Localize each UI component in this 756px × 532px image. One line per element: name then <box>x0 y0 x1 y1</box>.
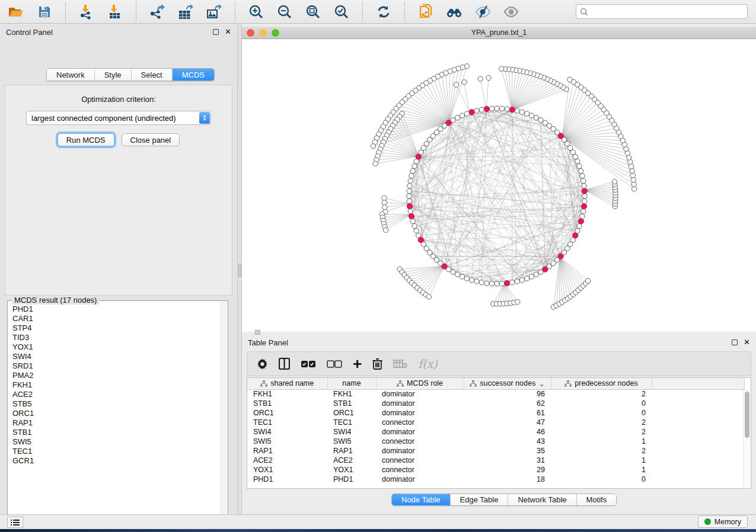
result-node[interactable]: ORC1 <box>12 409 219 418</box>
result-node[interactable]: CAR1 <box>12 314 219 323</box>
result-node[interactable]: PHD1 <box>12 305 219 314</box>
export-network-icon[interactable] <box>147 2 167 21</box>
network-window-titlebar[interactable]: YPA_prune.txt_1 <box>242 27 756 39</box>
result-node[interactable]: SRD1 <box>12 361 219 371</box>
window-minimize-icon[interactable] <box>259 29 267 37</box>
result-node[interactable]: FKH1 <box>12 380 219 390</box>
result-node[interactable]: STB5 <box>12 399 219 409</box>
delete-column-icon[interactable] <box>372 358 382 370</box>
search-box[interactable] <box>576 4 748 19</box>
table-row[interactable]: TEC1TEC1connector472 <box>247 418 744 427</box>
network-view-window: YPA_prune.txt_1 <box>242 27 756 332</box>
result-node[interactable]: ACE2 <box>12 390 219 399</box>
import-table-icon[interactable] <box>105 2 125 21</box>
tab-select[interactable]: Select <box>132 69 173 81</box>
task-history-button[interactable] <box>7 517 23 528</box>
result-node[interactable]: SWI5 <box>12 437 219 447</box>
result-node[interactable]: GCR1 <box>12 456 219 466</box>
tab-motifs[interactable]: Motifs <box>577 494 617 505</box>
result-node[interactable]: STP4 <box>12 323 219 333</box>
create-column-icon[interactable]: + <box>353 358 362 369</box>
save-session-icon[interactable] <box>34 2 55 21</box>
table-row[interactable]: ORC1ORC1dominator610 <box>247 408 744 418</box>
float-panel-icon[interactable] <box>213 29 219 35</box>
open-file-icon[interactable] <box>6 2 26 21</box>
tree-icon <box>564 380 572 387</box>
table-scrollbar[interactable] <box>743 390 750 488</box>
table-row[interactable]: RAP1RAP1dominator352 <box>247 446 744 456</box>
clone-network-icon[interactable] <box>416 2 436 21</box>
memory-button[interactable]: Memory <box>698 515 748 528</box>
import-network-icon[interactable] <box>76 2 97 21</box>
float-table-panel-icon[interactable] <box>732 339 738 345</box>
toolbar-separator <box>362 2 363 21</box>
table-row[interactable]: ACE2ACE2connector311 <box>247 456 744 465</box>
select-all-columns-icon[interactable] <box>301 360 316 368</box>
close-panel-button[interactable]: Close panel <box>122 133 180 146</box>
zoom-selected-icon[interactable] <box>331 2 352 21</box>
tab-node-table[interactable]: Node Table <box>392 494 451 505</box>
window-close-icon[interactable] <box>247 29 254 37</box>
main-toolbar <box>0 0 756 24</box>
table-row[interactable]: YOX1YOX1connector291 <box>247 465 744 475</box>
table-row[interactable]: PHD1PHD1dominator180 <box>247 475 744 484</box>
result-node[interactable]: TID3 <box>12 333 219 342</box>
control-panel: Control Panel ✕ NetworkStyleSelectMCDS O… <box>0 24 237 514</box>
first-neighbors-icon[interactable] <box>444 2 464 21</box>
window-zoom-icon[interactable] <box>272 29 279 37</box>
mcds-result-list[interactable]: PHD1CAR1STP4TID3YOX1SWI4SRD1PMA2FKH1ACE2… <box>12 305 219 518</box>
tab-network[interactable]: Network <box>47 69 95 81</box>
run-mcds-button[interactable]: Run MCDS <box>58 133 114 146</box>
result-node[interactable]: YOX1 <box>12 342 219 352</box>
column-header-shared-name[interactable]: shared name <box>247 378 327 389</box>
table-panel-title: Table Panel <box>248 338 288 347</box>
zoom-in-icon[interactable] <box>246 2 266 21</box>
zoom-out-icon[interactable] <box>275 2 295 21</box>
column-header-name[interactable]: name <box>327 378 376 389</box>
tab-network-table[interactable]: Network Table <box>508 494 576 505</box>
export-table-icon[interactable] <box>176 2 196 21</box>
tree-icon <box>260 380 267 387</box>
close-panel-icon[interactable]: ✕ <box>225 29 231 35</box>
scrollbar-thumb[interactable] <box>745 392 749 438</box>
result-scrollbar[interactable] <box>221 302 227 520</box>
result-node[interactable]: PMA2 <box>12 371 219 380</box>
export-image-icon[interactable] <box>204 2 224 21</box>
table-settings-gear-icon[interactable] <box>257 358 268 370</box>
vertical-splitter[interactable] <box>237 24 242 514</box>
network-window-title: YPA_prune.txt_1 <box>471 28 527 37</box>
table-row[interactable]: FKH1FKH1dominator962 <box>247 389 744 399</box>
criterion-select[interactable]: largest connected component (undirected)… <box>26 111 211 125</box>
splitter-grip[interactable] <box>238 264 241 277</box>
function-builder-icon: f(x) <box>418 357 438 370</box>
table-row[interactable]: SWI4SWI4dominator462 <box>247 427 744 437</box>
zoom-fit-icon[interactable] <box>303 2 323 21</box>
tab-mcds[interactable]: MCDS <box>173 69 214 81</box>
node-table: shared namenameMCDS rolesuccessor nodes⌄… <box>247 377 751 489</box>
show-column-icon[interactable] <box>279 358 290 370</box>
memory-status-dot <box>704 518 711 525</box>
tab-style[interactable]: Style <box>95 69 132 81</box>
table-row[interactable]: STB1STB1dominator620 <box>247 399 744 408</box>
result-node[interactable]: STB1 <box>12 428 219 437</box>
mcds-result-title: MCDS result (17 nodes) <box>12 296 99 305</box>
horizontal-splitter-grip[interactable] <box>255 330 260 335</box>
close-table-panel-icon[interactable]: ✕ <box>744 339 750 345</box>
refresh-icon[interactable] <box>374 2 394 21</box>
result-node[interactable]: RAP1 <box>12 418 219 428</box>
network-canvas[interactable] <box>242 39 756 332</box>
search-input[interactable] <box>591 8 744 16</box>
unselect-all-columns-icon[interactable] <box>327 360 342 368</box>
column-header-MCDS-role[interactable]: MCDS role <box>376 378 464 389</box>
result-node[interactable]: TEC1 <box>12 447 219 456</box>
column-header-predecessor-nodes[interactable]: predecessor nodes <box>551 378 652 389</box>
optimization-criterion-label: Optimization criterion: <box>5 95 232 104</box>
table-row[interactable]: SWI5SWI5connector431 <box>247 437 744 446</box>
desktop-background <box>0 529 756 532</box>
delete-table-icon <box>393 359 407 368</box>
column-header-successor-nodes[interactable]: successor nodes⌄ <box>464 378 551 389</box>
show-hide-icon[interactable] <box>473 2 493 21</box>
result-node[interactable]: SWI4 <box>12 352 219 361</box>
tab-edge-table[interactable]: Edge Table <box>451 494 509 505</box>
status-bar: Memory <box>0 514 756 529</box>
